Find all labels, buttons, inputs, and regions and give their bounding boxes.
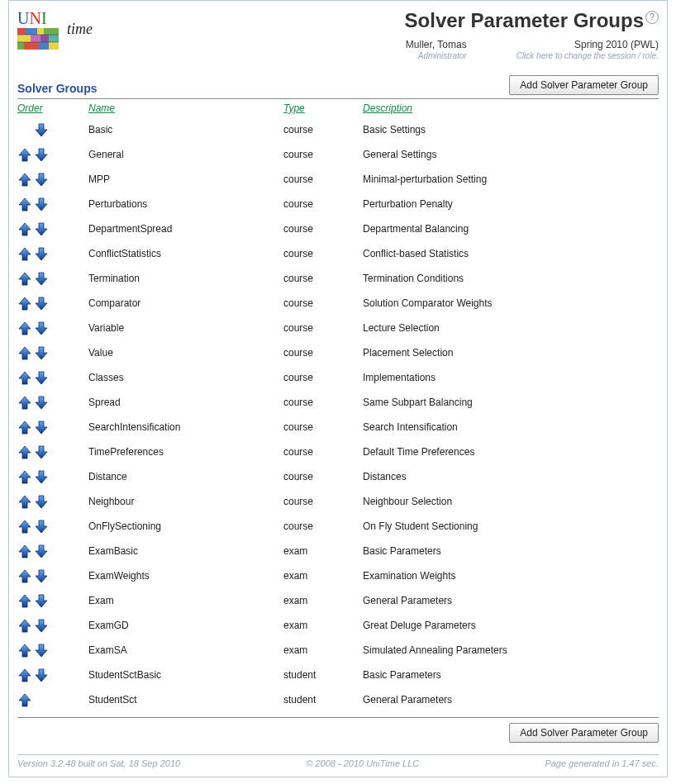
table-row[interactable]: SearchIntensificationcourseSearch Intens… <box>17 415 659 440</box>
cell-description: Examination Weights <box>363 563 659 588</box>
move-down-icon[interactable] <box>34 197 49 212</box>
cell-name: Classes <box>88 365 283 390</box>
col-order[interactable]: Order <box>17 99 88 117</box>
cell-type: course <box>283 241 363 266</box>
cell-type: exam <box>283 563 363 588</box>
cell-description: Basic Parameters <box>363 539 659 563</box>
move-up-icon[interactable] <box>17 568 32 584</box>
table-row[interactable]: BasiccourseBasic Settings <box>17 117 659 142</box>
cell-type: course <box>283 340 363 365</box>
table-row[interactable]: SpreadcourseSame Subpart Balancing <box>17 390 659 415</box>
move-up-icon[interactable] <box>17 420 32 435</box>
move-down-icon[interactable] <box>34 444 49 460</box>
table-row[interactable]: TerminationcourseTermination Conditions <box>17 266 659 291</box>
move-down-icon[interactable] <box>34 321 49 336</box>
col-description[interactable]: Description <box>363 99 659 117</box>
move-up-icon[interactable] <box>17 643 32 658</box>
cell-name: Neighbour <box>88 489 283 514</box>
move-down-icon[interactable] <box>34 618 49 634</box>
move-down-icon[interactable] <box>34 420 49 435</box>
add-group-button-bottom[interactable]: Add Solver Parameter Group <box>509 723 659 743</box>
session-block[interactable]: Spring 2010 (PWL) Click here to change t… <box>517 39 659 60</box>
move-down-icon[interactable] <box>34 221 49 237</box>
move-up-icon[interactable] <box>17 246 32 262</box>
table-row[interactable]: PerturbationscoursePerturbation Penalty <box>17 192 659 216</box>
cell-name: ExamBasic <box>88 539 283 563</box>
svg-rect-10 <box>24 42 39 50</box>
move-down-icon[interactable] <box>34 519 49 535</box>
move-down-icon[interactable] <box>34 593 49 609</box>
move-up-icon[interactable] <box>17 221 32 237</box>
move-up-icon[interactable] <box>17 494 32 510</box>
cell-name: Value <box>88 340 283 365</box>
move-up-icon[interactable] <box>17 370 32 386</box>
table-row[interactable]: ExamSAexamSimulated Annealing Parameters <box>17 638 659 663</box>
move-down-icon[interactable] <box>34 296 49 311</box>
move-down-icon[interactable] <box>34 172 49 188</box>
table-row[interactable]: ExamBasicexamBasic Parameters <box>17 539 659 563</box>
cell-type: course <box>283 167 363 192</box>
cell-description: Implementations <box>363 365 659 390</box>
move-up-icon[interactable] <box>17 172 32 188</box>
move-up-icon[interactable] <box>17 271 32 287</box>
table-row[interactable]: TimePreferencescourseDefault Time Prefer… <box>17 440 659 464</box>
cell-description: Solution Comparator Weights <box>363 291 659 316</box>
move-down-icon[interactable] <box>34 668 49 683</box>
move-up-icon[interactable] <box>17 197 32 212</box>
col-name[interactable]: Name <box>88 99 283 117</box>
move-down-icon[interactable] <box>34 246 49 262</box>
move-up-icon[interactable] <box>17 618 32 634</box>
table-row[interactable]: ExamGDexamGreat Deluge Parameters <box>17 613 659 638</box>
svg-rect-5 <box>17 35 31 42</box>
move-down-icon[interactable] <box>34 345 49 361</box>
move-up-icon[interactable] <box>17 544 32 559</box>
cell-type: exam <box>283 638 363 663</box>
move-down-icon[interactable] <box>34 370 49 386</box>
move-up-icon[interactable] <box>17 469 32 485</box>
move-up-icon[interactable] <box>17 296 32 311</box>
move-down-icon[interactable] <box>34 494 49 510</box>
table-row[interactable]: NeighbourcourseNeighbour Selection <box>17 489 659 514</box>
cell-description: Distances <box>363 464 659 489</box>
move-down-icon[interactable] <box>34 147 49 163</box>
table-row[interactable]: ClassescourseImplementations <box>17 365 659 390</box>
move-down-icon[interactable] <box>34 395 49 411</box>
move-up-icon[interactable] <box>17 692 32 708</box>
table-row[interactable]: ValuecoursePlacement Selection <box>17 340 659 365</box>
help-icon[interactable]: ? <box>645 11 659 24</box>
table-row[interactable]: DepartmentSpreadcourseDepartmental Balan… <box>17 216 659 241</box>
move-up-icon[interactable] <box>17 519 32 535</box>
move-up-icon[interactable] <box>17 321 32 336</box>
table-row[interactable]: ExamWeightsexamExamination Weights <box>17 563 659 588</box>
table-row[interactable]: ExamexamGeneral Parameters <box>17 588 659 613</box>
table-row[interactable]: StudentSctBasicstudentBasic Parameters <box>17 663 659 687</box>
move-up-icon[interactable] <box>17 395 32 411</box>
move-down-icon[interactable] <box>34 568 49 584</box>
table-row[interactable]: GeneralcourseGeneral Settings <box>17 142 659 167</box>
cell-type: course <box>283 489 363 514</box>
move-down-icon[interactable] <box>34 544 49 559</box>
move-up-icon[interactable] <box>17 345 32 361</box>
move-down-icon[interactable] <box>34 122 49 138</box>
move-up-icon[interactable] <box>17 593 32 609</box>
table-row[interactable]: VariablecourseLecture Selection <box>17 316 659 340</box>
move-down-icon[interactable] <box>34 271 49 287</box>
svg-rect-2 <box>26 28 37 35</box>
move-up-icon[interactable] <box>17 444 32 460</box>
move-down-icon[interactable] <box>34 643 49 658</box>
table-row[interactable]: OnFlySectioningcourseOn Fly Student Sect… <box>17 514 659 539</box>
table-row[interactable]: DistancecourseDistances <box>17 464 659 489</box>
table-row[interactable]: ComparatorcourseSolution Comparator Weig… <box>17 291 659 316</box>
move-up-icon[interactable] <box>17 668 32 683</box>
cell-type: course <box>283 142 363 167</box>
col-type[interactable]: Type <box>283 99 363 117</box>
table-row[interactable]: StudentSctstudentGeneral Parameters <box>17 687 659 712</box>
cell-name: Basic <box>88 117 283 142</box>
add-group-button-top[interactable]: Add Solver Parameter Group <box>509 75 659 95</box>
cell-type: course <box>283 464 363 489</box>
move-down-icon[interactable] <box>34 469 49 485</box>
table-row[interactable]: MPPcourseMinimal-perturbation Setting <box>17 167 659 192</box>
move-up-icon[interactable] <box>17 147 32 163</box>
table-row[interactable]: ConflictStatisticscourseConflict-based S… <box>17 241 659 266</box>
footer-version: Version 3.2.48 built on Sat, 18 Sep 2010 <box>17 758 180 768</box>
